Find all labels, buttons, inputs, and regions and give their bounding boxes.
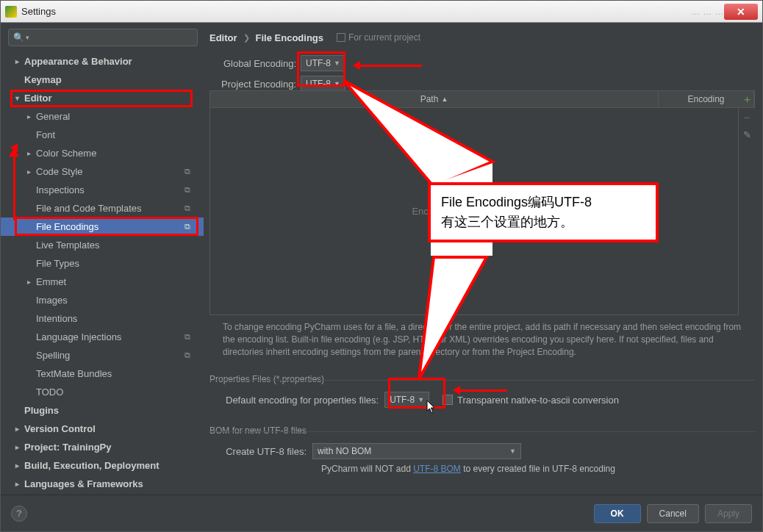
tree-item-code-style[interactable]: Code Style⧉ xyxy=(1,162,204,181)
tree-item-label: File and Code Templates xyxy=(36,203,142,214)
app-icon xyxy=(5,6,17,18)
scheme-icon: ⧉ xyxy=(185,222,190,231)
remove-button[interactable]: − xyxy=(739,108,755,126)
tree-item-label: Live Templates xyxy=(36,240,99,251)
tree-item-label: TODO xyxy=(36,387,63,398)
tree-item-live-templates[interactable]: Live Templates xyxy=(1,236,204,254)
properties-row: Default encoding for properties files: U… xyxy=(209,392,755,408)
tree-item-emmet[interactable]: Emmet xyxy=(1,273,204,291)
tree-item-label: Editor xyxy=(24,93,52,104)
scheme-icon: ⧉ xyxy=(185,204,190,213)
tree-item-inspections[interactable]: Inspections⧉ xyxy=(1,181,204,199)
for-current-project-tag: For current project xyxy=(337,32,420,43)
titlebar: Settings … … … ✕ xyxy=(1,1,762,23)
search-history-icon: ▾ xyxy=(26,34,29,41)
crumb-file-encodings: File Encodings xyxy=(256,32,323,43)
tree-item-language-injections[interactable]: Language Injections⧉ xyxy=(1,328,204,346)
tree-item-file-encodings[interactable]: File Encodings⧉ xyxy=(1,218,204,236)
chevron-right-icon xyxy=(27,112,36,121)
scheme-icon: ⧉ xyxy=(185,351,190,360)
tree-item-label: Languages & Frameworks xyxy=(24,478,143,489)
tree-item-label: Build, Execution, Deployment xyxy=(24,460,159,471)
tree-item-label: Keymap xyxy=(24,74,62,85)
tree-item-label: File Encodings xyxy=(36,221,98,232)
project-encoding-dropdown[interactable]: UTF-8▼ xyxy=(301,76,345,92)
tree-item-label: Plugins xyxy=(24,405,59,416)
tree-item-font[interactable]: Font xyxy=(1,126,204,144)
chevron-right-icon xyxy=(15,461,24,470)
global-encoding-label: Global Encoding: xyxy=(209,58,296,69)
utf8-bom-link[interactable]: UTF-8 BOM xyxy=(413,464,461,474)
tree-item-textmate-bundles[interactable]: TextMate Bundles xyxy=(1,364,204,383)
settings-tree: Appearance & BehaviorKeymapEditorGeneral… xyxy=(1,52,204,493)
divider xyxy=(209,380,755,381)
tree-item-label: TextMate Bundles xyxy=(36,368,112,379)
tree-item-label: File Types xyxy=(36,258,79,269)
tree-item-images[interactable]: Images xyxy=(1,291,204,309)
tree-item-label: Version Control xyxy=(24,423,96,434)
tree-item-label: Images xyxy=(36,295,68,306)
tree-item-label: Spelling xyxy=(36,350,70,361)
create-utf8-label: Create UTF-8 files: xyxy=(226,446,307,457)
col-path[interactable]: Path▲ xyxy=(210,91,659,107)
chevron-down-icon: ▼ xyxy=(418,396,424,403)
copy-icon xyxy=(337,33,345,42)
annotation-callout: File Encodings编码UTF-8 有这三个设置的地方。 xyxy=(428,182,659,242)
tree-item-intentions[interactable]: Intentions xyxy=(1,309,204,328)
properties-encoding-label: Default encoding for properties files: xyxy=(226,395,379,406)
tree-item-file-types[interactable]: File Types xyxy=(1,254,204,273)
crumb-editor[interactable]: Editor xyxy=(209,32,237,43)
ok-button[interactable]: OK xyxy=(594,504,641,523)
tree-item-todo[interactable]: TODO xyxy=(1,383,204,401)
search-input[interactable]: 🔍 ▾ xyxy=(8,29,198,46)
titlebar-background-text: … … … xyxy=(692,7,724,16)
chevron-down-icon: ▼ xyxy=(334,80,340,87)
add-button[interactable]: ＋ xyxy=(739,90,755,108)
divider xyxy=(209,431,755,432)
tree-item-label: Color Scheme xyxy=(36,148,96,159)
sort-asc-icon: ▲ xyxy=(441,96,448,103)
scheme-icon: ⧉ xyxy=(185,167,190,176)
tree-item-project-trainingpy[interactable]: Project: TrainingPy xyxy=(1,438,204,456)
tree-item-plugins[interactable]: Plugins xyxy=(1,401,204,420)
create-utf8-dropdown[interactable]: with NO BOM▼ xyxy=(312,443,521,459)
global-encoding-dropdown[interactable]: UTF-8▼ xyxy=(301,55,345,71)
tree-item-spelling[interactable]: Spelling⧉ xyxy=(1,346,204,364)
apply-button[interactable]: Apply xyxy=(705,504,752,523)
tree-item-editor[interactable]: Editor xyxy=(1,89,204,107)
tree-item-file-and-code-templates[interactable]: File and Code Templates⧉ xyxy=(1,199,204,218)
chevron-right-icon xyxy=(27,149,36,157)
edit-button[interactable]: ✎ xyxy=(739,126,755,143)
tree-item-label: Emmet xyxy=(36,276,66,287)
tree-item-color-scheme[interactable]: Color Scheme xyxy=(1,144,204,162)
tree-item-appearance-behavior[interactable]: Appearance & Behavior xyxy=(1,52,204,71)
tree-item-label: Font xyxy=(36,129,55,140)
help-text: To change encoding PyCharm uses for a fi… xyxy=(223,321,748,358)
chevron-right-icon xyxy=(27,168,36,176)
tree-item-build-execution-deployment[interactable]: Build, Execution, Deployment xyxy=(1,456,204,475)
tree-item-languages-frameworks[interactable]: Languages & Frameworks xyxy=(1,475,204,493)
tree-item-label: Code Style xyxy=(36,166,83,177)
properties-encoding-dropdown[interactable]: UTF-8▼ xyxy=(384,392,429,408)
tree-item-general[interactable]: General xyxy=(1,107,204,126)
cancel-button[interactable]: Cancel xyxy=(647,504,699,523)
transparent-ascii-checkbox[interactable] xyxy=(443,395,453,405)
chevron-right-icon xyxy=(27,278,36,286)
close-button[interactable]: ✕ xyxy=(724,4,758,20)
chevron-right-icon xyxy=(15,480,24,488)
chevron-down-icon: ▼ xyxy=(334,60,340,67)
tree-item-version-control[interactable]: Version Control xyxy=(1,420,204,438)
breadcrumb: Editor ❯ File Encodings For current proj… xyxy=(209,29,755,46)
project-encoding-label: Project Encoding: xyxy=(209,79,296,90)
scheme-icon: ⧉ xyxy=(185,185,190,195)
help-button[interactable]: ? xyxy=(11,506,27,522)
bom-section-label: BOM for new UTF-8 files xyxy=(209,425,307,436)
bom-row: Create UTF-8 files: with NO BOM▼ xyxy=(209,443,521,459)
tree-item-keymap[interactable]: Keymap xyxy=(1,71,204,89)
tree-item-label: Appearance & Behavior xyxy=(24,56,132,67)
annotation-arrowhead xyxy=(9,143,19,157)
tree-item-label: Inspections xyxy=(36,184,85,195)
content: 🔍 ▾ Appearance & BehaviorKeymapEditorGen… xyxy=(1,23,762,531)
tree-item-label: Project: TrainingPy xyxy=(24,442,111,453)
tree-item-label: Language Injections xyxy=(36,331,121,342)
